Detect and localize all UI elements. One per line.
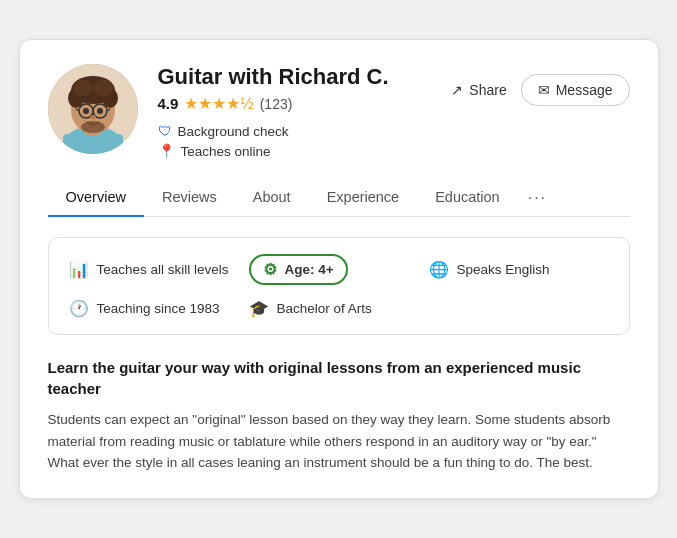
gear-icon: ⚙ <box>263 260 277 279</box>
svg-point-16 <box>97 108 103 114</box>
degree-item: 🎓 Bachelor of Arts <box>249 299 429 318</box>
description-body: Students can expect an "original" lesson… <box>48 409 630 474</box>
svg-rect-2 <box>63 134 123 154</box>
age-badge: ⚙ Age: 4+ <box>249 254 348 285</box>
shield-icon: 🛡 <box>158 123 172 139</box>
more-tabs-button[interactable]: ··· <box>518 179 557 217</box>
tab-about[interactable]: About <box>235 179 309 217</box>
tab-experience[interactable]: Experience <box>309 179 418 217</box>
header-info: Guitar with Richard C. 4.9 ★★★★½ (123) 🛡… <box>158 64 428 159</box>
review-count: (123) <box>260 96 293 112</box>
skill-levels-item: 📊 Teaches all skill levels <box>69 254 249 285</box>
star-rating: ★★★★½ <box>184 94 253 113</box>
location-icon: 📍 <box>158 143 175 159</box>
header-section: Guitar with Richard C. 4.9 ★★★★½ (123) 🛡… <box>48 64 630 159</box>
globe-icon: 🌐 <box>429 260 449 279</box>
svg-point-9 <box>93 80 113 96</box>
teaching-since-label: Teaching since 1983 <box>97 301 220 316</box>
language-label: Speaks English <box>457 262 550 277</box>
tab-reviews[interactable]: Reviews <box>144 179 235 217</box>
message-label: Message <box>556 82 613 98</box>
svg-point-8 <box>73 80 93 96</box>
svg-point-17 <box>90 115 96 119</box>
svg-point-18 <box>81 121 105 133</box>
description-heading: Learn the guitar your way with original … <box>48 357 630 399</box>
calendar-icon: 🕐 <box>69 299 89 318</box>
rating-row: 4.9 ★★★★½ (123) <box>158 94 428 113</box>
message-button[interactable]: ✉ Message <box>521 74 630 106</box>
background-check-label: Background check <box>178 124 289 139</box>
share-label: Share <box>469 82 506 98</box>
age-label: Age: 4+ <box>285 262 334 277</box>
badge-row: 🛡 Background check 📍 Teaches online <box>158 123 428 159</box>
header-actions: ↗ Share ✉ Message <box>447 64 629 106</box>
tab-overview[interactable]: Overview <box>48 179 144 217</box>
teaches-online-label: Teaches online <box>181 144 271 159</box>
tutor-name: Guitar with Richard C. <box>158 64 428 90</box>
share-icon: ↗ <box>451 82 463 98</box>
description-section: Learn the guitar your way with original … <box>48 357 630 474</box>
background-check-badge: 🛡 Background check <box>158 123 428 139</box>
teaches-online-badge: 📍 Teaches online <box>158 143 428 159</box>
rating-number: 4.9 <box>158 95 179 112</box>
language-item: 🌐 Speaks English <box>429 254 609 285</box>
skill-levels-label: Teaches all skill levels <box>97 262 229 277</box>
avatar <box>48 64 138 154</box>
info-box: 📊 Teaches all skill levels ⚙ Age: 4+ 🌐 S… <box>48 237 630 335</box>
graduation-icon: 🎓 <box>249 299 269 318</box>
profile-card: Guitar with Richard C. 4.9 ★★★★½ (123) 🛡… <box>19 39 659 499</box>
share-button[interactable]: ↗ Share <box>447 76 510 104</box>
bar-chart-icon: 📊 <box>69 260 89 279</box>
message-icon: ✉ <box>538 82 550 98</box>
degree-label: Bachelor of Arts <box>277 301 372 316</box>
tab-education[interactable]: Education <box>417 179 518 217</box>
tabs-nav: Overview Reviews About Experience Educat… <box>48 179 630 217</box>
svg-point-15 <box>83 108 89 114</box>
teaching-since-item: 🕐 Teaching since 1983 <box>69 299 249 318</box>
